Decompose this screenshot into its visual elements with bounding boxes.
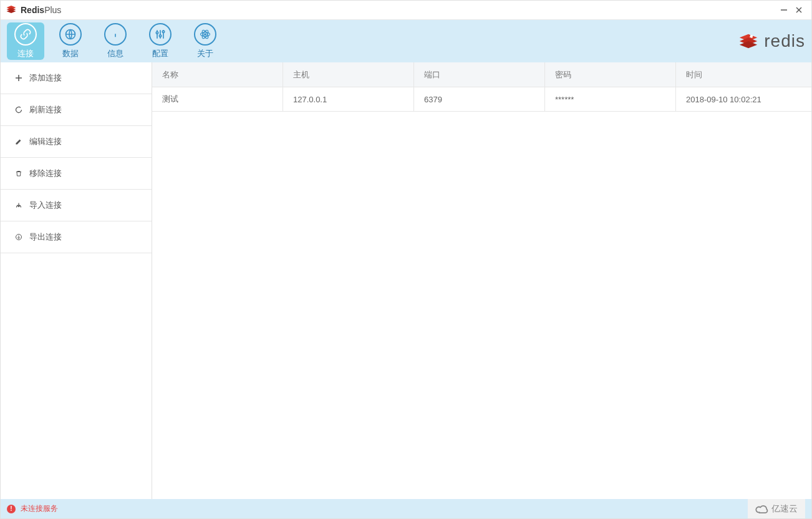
toolbar-tab-connection[interactable]: 连接 xyxy=(7,22,44,60)
content-area: 名称 主机 端口 密码 时间 测试 127.0.0.1 6379 ****** … xyxy=(152,62,811,499)
svg-point-9 xyxy=(156,32,158,34)
trash-icon xyxy=(14,170,23,177)
svg-point-15 xyxy=(205,34,206,36)
table-header-name[interactable]: 名称 xyxy=(152,62,283,87)
sidebar-item-add-connection[interactable]: 添加连接 xyxy=(1,62,152,94)
close-button[interactable] xyxy=(791,2,806,17)
table-header-host[interactable]: 主机 xyxy=(283,62,414,87)
toolbar-tab-data[interactable]: 数据 xyxy=(52,22,89,60)
app-icon xyxy=(6,4,17,17)
export-icon xyxy=(14,233,23,241)
app-title: RedisPlus xyxy=(21,5,61,15)
toolbar-tab-label: 信息 xyxy=(107,48,123,59)
sidebar-item-refresh-connection[interactable]: 刷新连接 xyxy=(1,94,152,126)
sidebar-item-remove-connection[interactable]: 移除连接 xyxy=(1,158,152,190)
cell-port: 6379 xyxy=(414,87,545,112)
cell-name: 测试 xyxy=(152,87,283,112)
toolbar-tab-label: 连接 xyxy=(17,48,34,59)
redis-logo: redis xyxy=(737,31,805,52)
main-area: 添加连接 刷新连接 编辑连接 移除连接 导入连接 xyxy=(1,62,811,499)
import-icon xyxy=(14,201,23,209)
sidebar-item-label: 刷新连接 xyxy=(29,104,62,115)
toolbar-tab-about[interactable]: 关于 xyxy=(186,22,224,60)
atom-icon xyxy=(194,23,216,46)
status-error-icon: ! xyxy=(7,505,16,513)
toolbar-tab-label: 数据 xyxy=(62,48,79,59)
sidebar-item-import-connection[interactable]: 导入连接 xyxy=(1,190,152,221)
table-header: 名称 主机 端口 密码 时间 xyxy=(152,62,811,87)
toolbar: 连接 数据 信息 配置 关于 redis xyxy=(1,20,811,62)
cell-time: 2018-09-10 10:02:21 xyxy=(676,87,811,112)
table-row[interactable]: 测试 127.0.0.1 6379 ****** 2018-09-10 10:0… xyxy=(152,87,811,112)
cell-host: 127.0.0.1 xyxy=(283,87,414,112)
globe-icon xyxy=(59,23,82,46)
toolbar-tab-info[interactable]: 信息 xyxy=(97,22,134,60)
sidebar-item-label: 编辑连接 xyxy=(29,136,62,147)
link-icon xyxy=(14,23,37,46)
sidebar-item-label: 移除连接 xyxy=(29,168,62,179)
sidebar-item-label: 添加连接 xyxy=(29,72,62,84)
statusbar: ! 未连接服务 亿速云 xyxy=(1,499,811,518)
toolbar-tab-config[interactable]: 配置 xyxy=(142,22,179,60)
sidebar-item-edit-connection[interactable]: 编辑连接 xyxy=(1,126,152,158)
table-header-password[interactable]: 密码 xyxy=(545,62,676,87)
sidebar-item-label: 导入连接 xyxy=(29,200,62,211)
titlebar: RedisPlus xyxy=(1,1,811,20)
svg-point-10 xyxy=(159,35,161,37)
footer-cloud-text: 亿速云 xyxy=(771,503,798,515)
footer-cloud-logo: 亿速云 xyxy=(748,499,805,518)
info-icon xyxy=(104,23,127,46)
svg-point-11 xyxy=(162,31,164,32)
sidebar-item-label: 导出连接 xyxy=(29,231,62,243)
plus-icon xyxy=(14,74,23,82)
toolbar-tab-label: 配置 xyxy=(152,48,168,59)
status-text: 未连接服务 xyxy=(21,503,58,514)
sidebar: 添加连接 刷新连接 编辑连接 移除连接 导入连接 xyxy=(1,62,152,499)
table-header-port[interactable]: 端口 xyxy=(414,62,545,87)
cell-password: ****** xyxy=(545,87,676,112)
table-header-time[interactable]: 时间 xyxy=(676,62,811,87)
refresh-icon xyxy=(14,106,23,114)
sidebar-item-export-connection[interactable]: 导出连接 xyxy=(1,221,152,253)
minimize-button[interactable] xyxy=(776,2,791,17)
edit-icon xyxy=(14,138,23,145)
redis-logo-text: redis xyxy=(764,31,805,51)
toolbar-tab-label: 关于 xyxy=(197,48,213,59)
sliders-icon xyxy=(149,23,172,46)
